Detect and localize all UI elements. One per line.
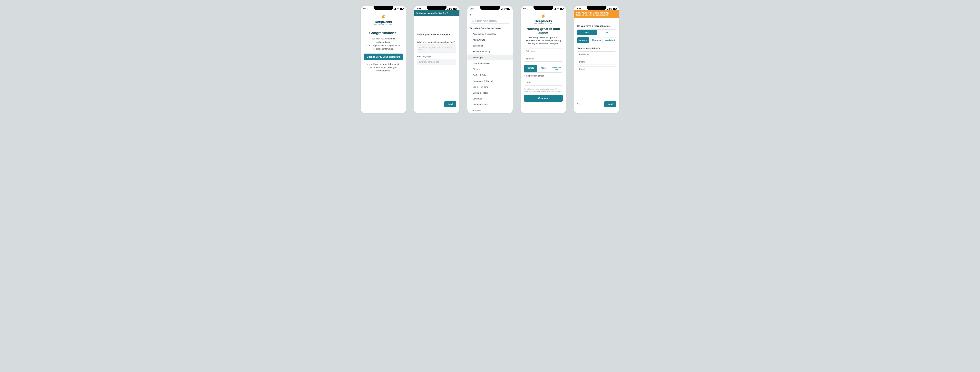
- category-search-input[interactable]: Search within category: [470, 18, 510, 24]
- wifi-icon: [397, 8, 399, 10]
- status-icons: [554, 8, 563, 10]
- category-item[interactable]: Beauty & Make up: [467, 49, 513, 54]
- category-item-label: Basketball: [473, 45, 483, 47]
- rep-fullname-input[interactable]: [577, 51, 616, 57]
- status-icons: [447, 8, 457, 10]
- category-search-placeholder: Search within category: [475, 20, 497, 22]
- tab-agency[interactable]: Agency: [577, 37, 589, 43]
- page-title: Nothing great is built alone!: [524, 27, 563, 35]
- notch: [427, 6, 447, 10]
- screen-congratulations: 9:41 DeepDeets INFLUENTIAL DETAILS Congr…: [361, 6, 406, 113]
- status-time: 9:41: [523, 8, 528, 10]
- battery-icon: [506, 8, 510, 10]
- hashtags-input[interactable]: #fashion, fragnance, interiordesign, etc…: [417, 44, 456, 53]
- category-item[interactable]: ✓Beverages: [467, 54, 513, 61]
- brand-name: DeepDeets: [364, 20, 403, 24]
- category-item[interactable]: Arts & Crafts: [467, 37, 513, 43]
- signal-icon: [608, 8, 609, 10]
- birthday-input[interactable]: [524, 56, 563, 62]
- screen-select-category: 9:41 ‹ Search within category Or select …: [467, 6, 513, 113]
- tab-assistant[interactable]: Assistant: [604, 37, 616, 43]
- profile-completion-banner: Cem, your profile is 80% complete. Next:…: [574, 10, 619, 18]
- banner-next-prefix: Next:: [576, 14, 581, 16]
- next-button[interactable]: Next: [444, 101, 456, 107]
- congrats-line-1: We wish you wonderfull collaborations.: [366, 37, 401, 43]
- category-item[interactable]: Cinema: [467, 66, 513, 72]
- option-yes[interactable]: Yes: [577, 30, 597, 35]
- wifi-icon: [450, 8, 453, 10]
- hashtags-label: What are your most common hashtags?: [417, 41, 456, 43]
- wifi-icon: [557, 8, 559, 10]
- category-item-label: Extreme Sports: [473, 104, 488, 106]
- congrats-line-2: Don't forget to check out your inbox for…: [366, 44, 401, 50]
- status-time: 9:41: [363, 8, 368, 10]
- brand-logo: DeepDeets INFLUENTIAL DETAILS: [524, 14, 563, 24]
- gender-selector: Female Male Rather not say: [524, 65, 563, 73]
- category-item[interactable]: Education: [467, 96, 513, 102]
- notch: [374, 6, 393, 10]
- select-category-row[interactable]: Select your account category ›: [417, 19, 456, 38]
- category-item-label: Cinema: [473, 68, 480, 70]
- battery-icon: [453, 8, 457, 10]
- status-icons: [394, 8, 403, 10]
- category-item-label: E-sports: [473, 109, 481, 112]
- tab-manager[interactable]: Manager: [590, 37, 603, 43]
- progress-bar: Setting up your profile: Step 1 of 2: [414, 10, 460, 16]
- page-title: Congratulations!: [364, 31, 403, 35]
- banner-next-link[interactable]: Tell us a little bit about your life.: [581, 14, 609, 16]
- plus-icon: +: [524, 75, 525, 77]
- continue-button[interactable]: Continue: [524, 95, 563, 102]
- category-item[interactable]: DIY & How-To's: [467, 84, 513, 90]
- status-time: 9:41: [417, 8, 421, 10]
- category-item[interactable]: Cars & Motorbikes: [467, 61, 513, 66]
- phone-hint: We will send you a confirmation code. Yo…: [524, 88, 563, 93]
- page-subtitle: Get ready to take your place in DeepDeet…: [525, 36, 562, 45]
- screen-profile-step1: 9:41 Setting up your profile: Step 1 of …: [414, 6, 460, 113]
- brand-tagline: INFLUENTIAL DETAILS: [524, 23, 563, 24]
- category-item[interactable]: Extreme Sports: [467, 102, 513, 107]
- gender-female[interactable]: Female: [524, 65, 537, 72]
- post-language-label: Post language: [417, 55, 456, 57]
- check-icon: ✓: [469, 56, 471, 59]
- category-item[interactable]: Accessories & Jewellery: [467, 31, 513, 37]
- progress-prefix: Setting up your profile:: [416, 12, 438, 14]
- category-item[interactable]: E-sports: [467, 107, 513, 113]
- category-item[interactable]: Basketball: [467, 43, 513, 49]
- category-item-label: Education: [473, 97, 482, 100]
- battery-icon: [560, 8, 563, 10]
- search-icon: [472, 20, 474, 22]
- battery-icon: [613, 8, 617, 10]
- add-custom-gender[interactable]: + Add custom gender: [524, 75, 563, 77]
- banner-title: Cem, your profile is 80% complete.: [576, 12, 609, 14]
- notch: [480, 6, 500, 10]
- notch: [533, 6, 553, 10]
- notch: [587, 6, 606, 10]
- next-button[interactable]: Next: [604, 101, 616, 107]
- verify-instagram-button[interactable]: Click to verify your Instagram: [364, 54, 403, 60]
- status-icons: [501, 8, 510, 10]
- category-item-label: Computers & Gadgets: [473, 80, 494, 82]
- category-item[interactable]: Coffee & Bakery: [467, 72, 513, 78]
- back-button[interactable]: ‹: [470, 13, 473, 16]
- category-item-label: Arts & Crafts: [473, 39, 485, 41]
- category-item-label: Beauty & Make up: [473, 50, 490, 53]
- rep-email-input[interactable]: [577, 66, 616, 72]
- rep-phone-input[interactable]: [577, 59, 616, 65]
- category-item[interactable]: Events & Places: [467, 90, 513, 96]
- phone-input[interactable]: [524, 80, 563, 86]
- brand-mark-icon: [382, 15, 385, 18]
- gender-male[interactable]: Male: [537, 65, 550, 72]
- brand-logo: DeepDeets INFLUENTIAL DETAILS: [364, 15, 403, 25]
- gender-rather-not-say[interactable]: Rather not say: [550, 65, 563, 72]
- screen-personal-info: 9:41 DeepDeets INFLUENTIAL DETAILS Nothi…: [520, 6, 566, 113]
- option-no[interactable]: No: [597, 30, 616, 35]
- post-language-input[interactable]: English, german, etc.: [417, 59, 456, 65]
- skip-button[interactable]: Skip: [577, 103, 581, 105]
- yesno-selector: Yes No: [577, 29, 616, 35]
- category-item-label: Accessories & Jewellery: [473, 33, 496, 35]
- brand-tagline: INFLUENTIAL DETAILS: [364, 24, 403, 25]
- signal-icon: [447, 8, 450, 10]
- fullname-input[interactable]: [524, 48, 563, 54]
- category-item[interactable]: Computers & Gadgets: [467, 78, 513, 84]
- category-list: Accessories & JewelleryArts & CraftsBask…: [467, 31, 513, 113]
